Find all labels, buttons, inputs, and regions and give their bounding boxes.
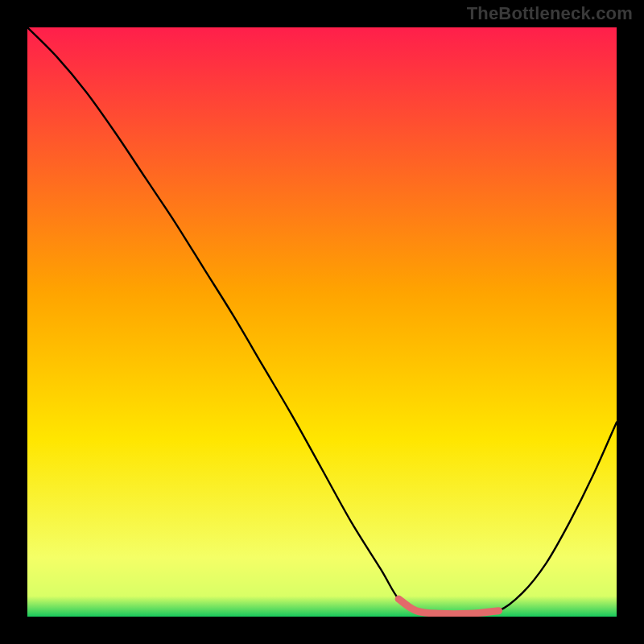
chart-stage: TheBottleneck.com (0, 0, 644, 644)
watermark-text: TheBottleneck.com (467, 3, 633, 24)
plot-area (27, 27, 617, 617)
bottleneck-chart (27, 27, 617, 617)
gradient-background (27, 27, 617, 617)
